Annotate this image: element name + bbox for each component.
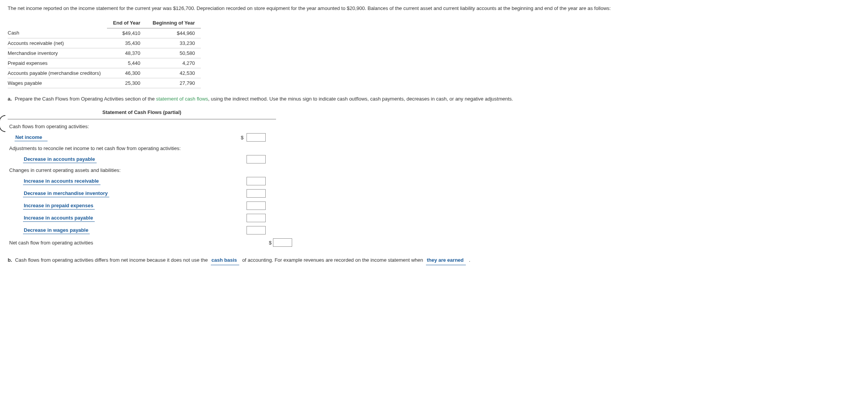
question-b-period: .	[469, 257, 470, 263]
row-begin-value: 42,530	[146, 68, 201, 78]
question-b: b. Cash flows from operating activities …	[8, 256, 860, 265]
adjustment-dropdown-1[interactable]: Decrease in accounts payable	[23, 155, 97, 163]
statement-title: Statement of Cash Flows (partial)	[8, 108, 276, 119]
row-label: Accounts payable (merchandise creditors)	[8, 68, 107, 78]
row-label: Merchandise inventory	[8, 48, 107, 58]
row-label: Cash	[8, 28, 107, 38]
table-row: Prepaid expenses 5,440 4,270	[8, 58, 201, 68]
table-row: Wages payable 25,300 27,790	[8, 78, 201, 88]
row-begin-value: 50,580	[146, 48, 201, 58]
question-b-text2: of accounting. For example revenues are …	[242, 257, 423, 263]
row-begin-value: 33,230	[146, 38, 201, 48]
dollar-sign: $	[239, 131, 245, 144]
question-a-text-post: , using the indirect method. Use the min…	[208, 96, 513, 102]
section-heading: Cash flows from operating activities:	[8, 122, 239, 131]
change-dropdown-3[interactable]: Increase in prepaid expenses	[23, 202, 95, 210]
row-label: Accounts receivable (net)	[8, 38, 107, 48]
net-cash-flow-label: Net cash flow from operating activities	[8, 236, 239, 249]
row-begin-value: $44,960	[146, 28, 201, 38]
change-input-2[interactable]	[247, 189, 266, 198]
section-heading: Changes in current operating assets and …	[8, 165, 239, 175]
basis-dropdown[interactable]: cash basis	[211, 256, 240, 265]
question-a: a. Prepare the Cash Flows from Operating…	[8, 95, 860, 103]
row-end-value: 35,430	[107, 38, 146, 48]
question-b-label: b.	[8, 257, 12, 263]
revenue-timing-dropdown[interactable]: they are earned	[426, 256, 466, 265]
table-row: Cash $49,410 $44,960	[8, 28, 201, 38]
change-dropdown-2[interactable]: Decrease in merchandise inventory	[23, 190, 109, 197]
row-begin-value: 27,790	[146, 78, 201, 88]
change-input-3[interactable]	[247, 201, 266, 210]
problem-intro-text: The net income reported on the income st…	[8, 5, 860, 12]
table-row: Accounts receivable (net) 35,430 33,230	[8, 38, 201, 48]
row-end-value: 46,300	[107, 68, 146, 78]
change-dropdown-5[interactable]: Decrease in wages payable	[23, 226, 90, 234]
table-row: Merchandise inventory 48,370 50,580	[8, 48, 201, 58]
change-input-1[interactable]	[247, 177, 266, 185]
section-heading: Adjustments to reconcile net income to n…	[8, 144, 239, 153]
question-b-text1: Cash flows from operating activities dif…	[15, 257, 208, 263]
row-end-value: 25,300	[107, 78, 146, 88]
row-label: Wages payable	[8, 78, 107, 88]
cash-flow-statement-table: Cash flows from operating activities: Ne…	[8, 122, 301, 249]
question-a-label: a.	[8, 96, 12, 102]
row-end-value: $49,410	[107, 28, 146, 38]
col-header-end: End of Year	[107, 18, 146, 28]
question-a-text-pre: Prepare the Cash Flows from Operating Ac…	[15, 96, 156, 102]
dollar-sign: $	[269, 240, 273, 246]
row-end-value: 5,440	[107, 58, 146, 68]
row-end-value: 48,370	[107, 48, 146, 58]
col-header-begin: Beginning of Year	[146, 18, 201, 28]
adjustment-input-1[interactable]	[247, 155, 266, 163]
change-input-5[interactable]	[247, 226, 266, 234]
balances-table: End of Year Beginning of Year Cash $49,4…	[8, 18, 201, 88]
change-dropdown-1[interactable]: Increase in accounts receivable	[23, 177, 100, 185]
row-label: Prepaid expenses	[8, 58, 107, 68]
row-begin-value: 4,270	[146, 58, 201, 68]
change-input-4[interactable]	[247, 214, 266, 222]
change-dropdown-4[interactable]: Increase in accounts payable	[23, 214, 95, 222]
net-income-input[interactable]	[247, 133, 266, 142]
net-income-dropdown[interactable]: Net income	[15, 134, 48, 141]
net-cash-flow-input[interactable]	[273, 238, 292, 247]
page-edge-indicator	[0, 115, 5, 132]
table-row: Accounts payable (merchandise creditors)…	[8, 68, 201, 78]
statement-of-cash-flows-link[interactable]: statement of cash flows	[156, 96, 208, 102]
